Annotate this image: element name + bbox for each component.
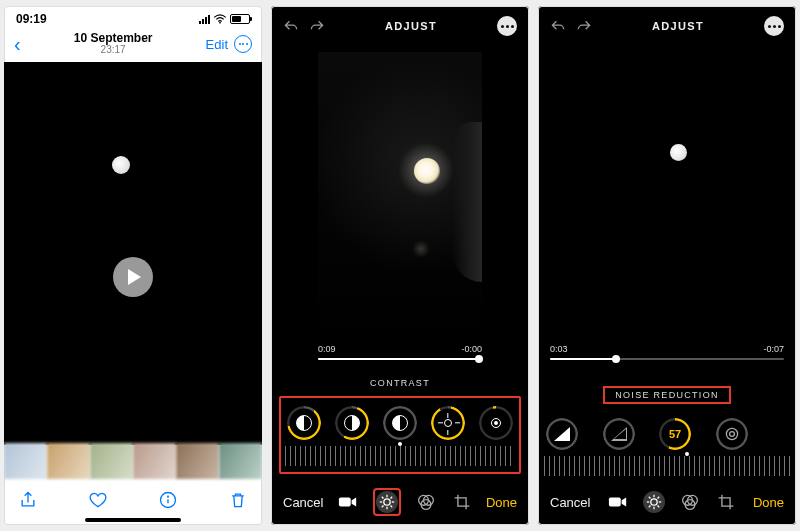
svg-point-19 bbox=[729, 432, 734, 437]
cancel-button[interactable]: Cancel bbox=[550, 495, 590, 510]
dial-highlights[interactable] bbox=[335, 406, 369, 440]
thumbnail[interactable] bbox=[133, 443, 176, 479]
mode-adjust-button[interactable] bbox=[643, 491, 665, 513]
video-timeline[interactable]: 0:03 -0:07 bbox=[550, 344, 784, 364]
svg-point-4 bbox=[168, 496, 169, 497]
svg-point-21 bbox=[650, 499, 656, 505]
adjustment-label: CONTRAST bbox=[271, 376, 529, 390]
editor-title: ADJUST bbox=[385, 20, 437, 32]
svg-rect-20 bbox=[609, 497, 621, 506]
dial-value: 57 bbox=[669, 428, 681, 440]
adjustment-label: NOISE REDUCTION bbox=[615, 390, 719, 400]
dial-definition[interactable] bbox=[603, 418, 635, 450]
adjust-dial-row[interactable] bbox=[281, 398, 519, 442]
more-button[interactable] bbox=[234, 35, 252, 53]
thumbnail[interactable] bbox=[4, 443, 47, 479]
cancel-button[interactable]: Cancel bbox=[283, 495, 323, 510]
adjust-dial-row[interactable]: 57 bbox=[544, 410, 790, 452]
mode-video-button[interactable] bbox=[337, 491, 359, 513]
svg-line-28 bbox=[648, 506, 650, 508]
media-stage[interactable] bbox=[4, 62, 262, 445]
dial-blackpoint[interactable] bbox=[479, 406, 513, 440]
home-indicator[interactable] bbox=[85, 518, 181, 522]
thumbnail[interactable] bbox=[219, 443, 262, 479]
mode-adjust-highlight bbox=[373, 488, 401, 516]
screen-editor-noise-reduction: ADJUST 0:03 -0:07 NOISE REDUCTION 57 bbox=[538, 6, 796, 525]
back-button[interactable]: ‹ bbox=[14, 33, 21, 56]
svg-line-26 bbox=[648, 497, 650, 499]
svg-point-6 bbox=[383, 499, 389, 505]
thumbnail[interactable] bbox=[47, 443, 90, 479]
svg-line-13 bbox=[381, 506, 383, 508]
dial-sharpness[interactable] bbox=[546, 418, 578, 450]
redo-button[interactable] bbox=[309, 18, 325, 34]
dial-vignette[interactable] bbox=[716, 418, 748, 450]
adjust-slider[interactable] bbox=[285, 446, 515, 466]
more-button[interactable] bbox=[764, 16, 784, 36]
edit-button[interactable]: Edit bbox=[206, 37, 228, 52]
battery-icon bbox=[230, 14, 250, 24]
editor-top-bar: ADJUST bbox=[271, 6, 529, 46]
editor-bottom-bar: Cancel Done bbox=[271, 485, 529, 519]
svg-line-12 bbox=[390, 506, 392, 508]
moon-image bbox=[112, 156, 130, 174]
media-stage[interactable] bbox=[550, 52, 784, 336]
svg-line-27 bbox=[657, 506, 659, 508]
screen-photos-viewer: 09:19 ‹ 10 September 23:17 Edit HDR bbox=[4, 6, 262, 525]
svg-line-29 bbox=[657, 497, 659, 499]
adjust-controls: 57 bbox=[544, 410, 790, 476]
adjustment-label-highlight: NOISE REDUCTION bbox=[603, 386, 731, 404]
mode-crop-button[interactable] bbox=[715, 491, 737, 513]
editor-top-bar: ADJUST bbox=[538, 6, 796, 46]
done-button[interactable]: Done bbox=[753, 495, 784, 510]
mode-crop-button[interactable] bbox=[451, 491, 473, 513]
media-stage[interactable] bbox=[318, 52, 482, 336]
dial-exposure[interactable] bbox=[287, 406, 321, 440]
play-button[interactable] bbox=[113, 257, 153, 297]
done-button[interactable]: Done bbox=[486, 495, 517, 510]
thumbnail[interactable] bbox=[90, 443, 133, 479]
time-remaining: -0:00 bbox=[461, 344, 482, 354]
delete-button[interactable] bbox=[228, 490, 248, 510]
mode-filters-button[interactable] bbox=[679, 491, 701, 513]
svg-point-18 bbox=[726, 428, 737, 439]
more-button[interactable] bbox=[497, 16, 517, 36]
mode-filters-button[interactable] bbox=[415, 491, 437, 513]
svg-point-0 bbox=[219, 22, 221, 24]
time-remaining: -0:07 bbox=[763, 344, 784, 354]
svg-rect-5 bbox=[339, 497, 351, 506]
nav-time: 23:17 bbox=[74, 44, 153, 56]
screen-editor-contrast: ADJUST 0:09 -0:00 CONTRAST bbox=[271, 6, 529, 525]
mode-video-button[interactable] bbox=[607, 491, 629, 513]
redo-button[interactable] bbox=[576, 18, 592, 34]
status-time: 09:19 bbox=[16, 12, 47, 26]
svg-line-14 bbox=[390, 497, 392, 499]
undo-button[interactable] bbox=[283, 18, 299, 34]
time-elapsed: 0:03 bbox=[550, 344, 568, 354]
time-elapsed: 0:09 bbox=[318, 344, 336, 354]
bottom-toolbar bbox=[4, 485, 262, 515]
moon-image bbox=[414, 158, 440, 184]
thumbnail[interactable] bbox=[176, 443, 219, 479]
share-button[interactable] bbox=[18, 490, 38, 510]
info-button[interactable] bbox=[158, 490, 178, 510]
dial-noise-reduction[interactable]: 57 bbox=[659, 418, 691, 450]
editor-title: ADJUST bbox=[652, 20, 704, 32]
undo-button[interactable] bbox=[550, 18, 566, 34]
wifi-icon bbox=[213, 14, 227, 24]
video-timeline[interactable]: 0:09 -0:00 bbox=[318, 344, 482, 364]
status-bar: 09:19 bbox=[4, 6, 262, 28]
editor-bottom-bar: Cancel Done bbox=[538, 485, 796, 519]
adjust-slider[interactable] bbox=[544, 456, 790, 476]
dial-brightness[interactable] bbox=[431, 406, 465, 440]
dial-contrast[interactable] bbox=[383, 406, 417, 440]
nav-bar: ‹ 10 September 23:17 Edit bbox=[4, 28, 262, 60]
mode-adjust-button[interactable] bbox=[376, 491, 398, 513]
svg-line-11 bbox=[381, 497, 383, 499]
cellular-icon bbox=[199, 15, 210, 24]
thumbnail-strip[interactable] bbox=[4, 443, 262, 479]
nav-date: 10 September bbox=[74, 32, 153, 44]
adjust-controls-highlight bbox=[279, 396, 521, 474]
favorite-button[interactable] bbox=[88, 490, 108, 510]
moon-image bbox=[670, 144, 687, 161]
